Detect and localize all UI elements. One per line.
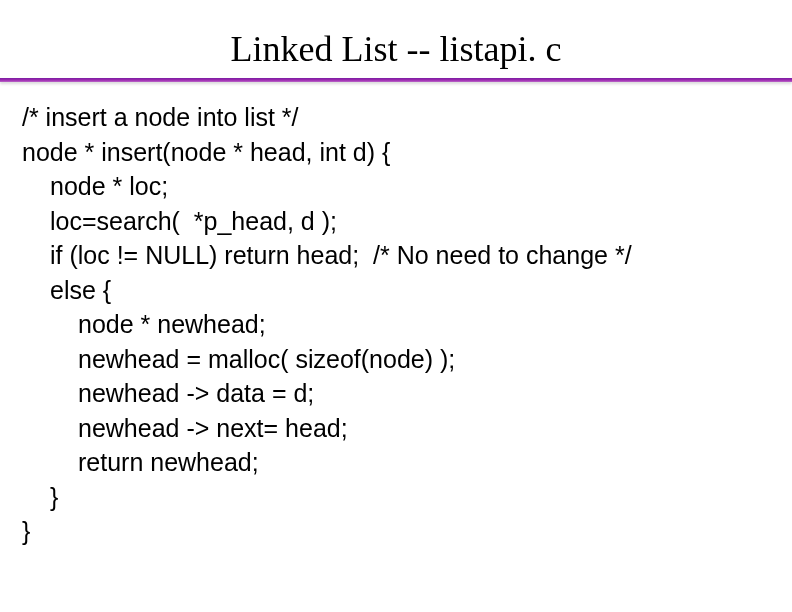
code-line: return newhead; [22, 445, 792, 480]
code-block: /* insert a node into list */ node * ins… [0, 82, 792, 549]
code-line: newhead -> next= head; [22, 411, 792, 446]
code-line: /* insert a node into list */ [22, 100, 792, 135]
code-line: node * insert(node * head, int d) { [22, 135, 792, 170]
code-line: newhead = malloc( sizeof(node) ); [22, 342, 792, 377]
slide-title: Linked List -- listapi. c [0, 0, 792, 78]
code-line: node * loc; [22, 169, 792, 204]
code-line: loc=search( *p_head, d ); [22, 204, 792, 239]
code-line: } [22, 480, 792, 515]
code-line: node * newhead; [22, 307, 792, 342]
code-line: else { [22, 273, 792, 308]
code-line: } [22, 514, 792, 549]
code-line: newhead -> data = d; [22, 376, 792, 411]
code-line: if (loc != NULL) return head; /* No need… [22, 238, 792, 273]
